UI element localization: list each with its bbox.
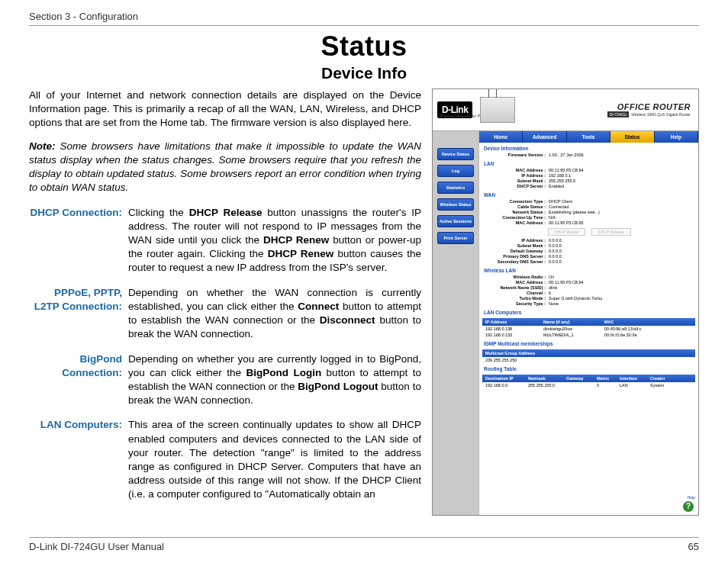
left-text-column: All of your Internet and network connect… xyxy=(29,88,421,516)
footer-doc-title: D-Link DI-724GU User Manual xyxy=(29,541,164,552)
footer-page-number: 65 xyxy=(688,541,699,552)
help-label: Help xyxy=(688,495,695,500)
tab-status[interactable]: Status xyxy=(610,131,654,143)
router-ui-sidebar: Device Status Log Statistics Wireless St… xyxy=(433,131,478,515)
term-dhcp-connection: DHCP Connection: xyxy=(29,206,128,275)
sidebar-log[interactable]: Log xyxy=(437,165,474,177)
intro-paragraph: All of your Internet and network connect… xyxy=(29,88,421,130)
sec-igmp: IGMP Multicast memberships xyxy=(479,338,698,348)
router-product-sub: DI-724GUWireless 108G QoS Gigabit Router xyxy=(520,111,691,117)
tab-home[interactable]: Home xyxy=(479,131,523,143)
sidebar-wireless-status[interactable]: Wireless Status xyxy=(437,198,474,211)
lan-computers-row: 192.168.0.138 dlinktahgu20sw 00:40:96:a9… xyxy=(482,326,695,332)
lan-computers-head: IP Address Name (if any) MAC xyxy=(482,318,695,326)
router-image xyxy=(480,97,515,123)
igmp-row: 239.255.255.250 xyxy=(482,357,695,363)
tab-advanced[interactable]: Advanced xyxy=(523,131,566,143)
term-pppoe-connection: PPPoE, PPTP, L2TP Connection: xyxy=(29,286,128,342)
sidebar-device-status[interactable]: Device Status xyxy=(437,148,474,160)
lan-computers-row: 192.168.0.133 MULTIMEDIA_1 00:0c:f1:6e:3… xyxy=(482,332,695,338)
sec-device-info: Device Information xyxy=(479,143,698,153)
body-lan-computers: This area of the screen continually upda… xyxy=(128,418,421,501)
body-dhcp-connection: Clicking the DHCP Release button unassig… xyxy=(128,206,421,275)
router-ui-header: D-Link Building Networks for People OFFI… xyxy=(433,89,698,131)
help-icon[interactable]: ? xyxy=(683,501,694,512)
sidebar-print-server[interactable]: Print Server xyxy=(437,232,474,244)
header-rule xyxy=(29,25,699,26)
sec-lan-computers: LAN Computers xyxy=(479,307,698,317)
body-bigpond-connection: Depending on whether you are currently l… xyxy=(128,352,421,408)
sec-lan: LAN xyxy=(479,158,698,168)
dhcp-release-button[interactable]: DHCP Release xyxy=(591,228,631,236)
tab-tools[interactable]: Tools xyxy=(567,131,610,143)
sec-wan: WAN xyxy=(479,189,698,199)
router-product-title: OFFICE ROUTER xyxy=(520,102,691,111)
sidebar-active-sessions[interactable]: Active Sessions xyxy=(437,215,474,227)
body-pppoe-connection: Depending on whether the WAN connection … xyxy=(128,286,421,342)
router-ui-screenshot: D-Link Building Networks for People OFFI… xyxy=(432,88,699,516)
term-lan-computers: LAN Computers: xyxy=(29,418,128,501)
igmp-head: Multicast Group Address xyxy=(482,349,695,357)
page-title: Status xyxy=(29,31,699,63)
routing-row: 192.168.0.0 255.255.255.0 0 LAN System xyxy=(482,382,695,388)
sidebar-statistics[interactable]: Statistics xyxy=(437,182,474,194)
sec-routing: Routing Table xyxy=(479,363,698,373)
routing-head: Destination IP Netmask Gateway Metric In… xyxy=(482,375,695,382)
term-bigpond-connection: BigPond Connection: xyxy=(29,352,128,408)
page-subtitle: Device Info xyxy=(29,64,699,82)
router-ui-main: Home Advanced Tools Status Help Device I… xyxy=(478,131,698,515)
sec-wireless: Wireless LAN xyxy=(479,265,698,275)
section-header: Section 3 - Configuration xyxy=(29,11,699,25)
note-paragraph: Note: Some browsers have limitations tha… xyxy=(29,140,421,195)
tab-help[interactable]: Help xyxy=(655,131,698,143)
dhcp-renew-button[interactable]: DHCP Renew xyxy=(548,228,585,236)
